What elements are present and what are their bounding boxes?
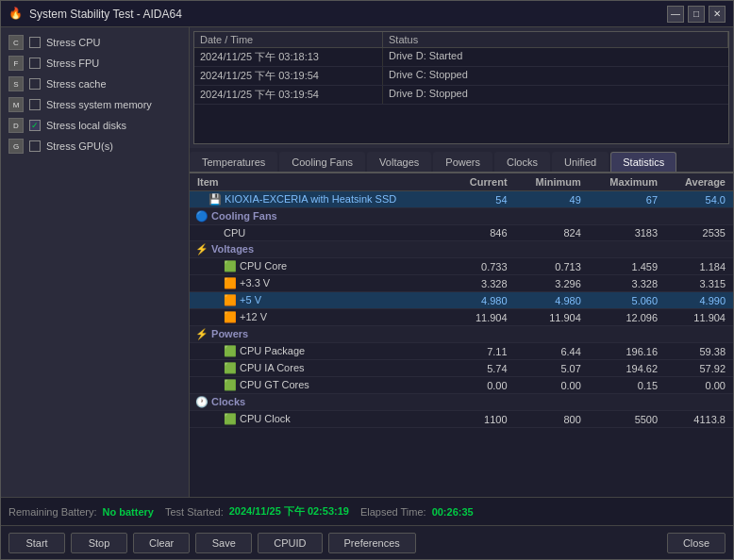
stress-cache-item: S Stress cache <box>5 74 185 93</box>
log-status-3: Drive D: Stopped <box>383 86 728 104</box>
status-bar: Remaining Battery: No battery Test Start… <box>1 497 733 525</box>
stress-fpu-checkbox[interactable] <box>29 58 41 69</box>
section-label: 🕐 Clocks <box>190 394 733 411</box>
row-minimum: 4.980 <box>515 292 589 309</box>
row-current: 54 <box>451 191 515 208</box>
row-current: 1100 <box>451 411 515 428</box>
tab-temperatures[interactable]: Temperatures <box>190 152 277 172</box>
clear-button[interactable]: Clear <box>133 533 190 553</box>
row-label: 🟩 CPU IA Cores <box>190 360 451 377</box>
row-current: 7.11 <box>451 343 515 360</box>
row-average: 57.92 <box>665 360 733 377</box>
main-window: 🔥 System Stability Test - AIDA64 — □ ✕ C… <box>0 0 734 560</box>
row-label: 🟩 CPU GT Cores <box>190 377 451 394</box>
tab-powers[interactable]: Powers <box>433 152 492 172</box>
row-maximum: 196.16 <box>589 343 665 360</box>
stress-memory-checkbox[interactable] <box>29 99 41 110</box>
disk-icon: D <box>8 118 24 133</box>
elapsed-label: Elapsed Time: <box>360 506 426 518</box>
log-status-1: Drive D: Started <box>383 48 728 66</box>
row-minimum: 0.713 <box>515 258 589 275</box>
tab-unified[interactable]: Unified <box>552 152 609 172</box>
row-maximum: 12.096 <box>589 309 665 326</box>
stress-gpu-checkbox[interactable] <box>29 140 41 152</box>
row-average: 0.00 <box>665 377 733 394</box>
stress-gpu-item: G Stress GPU(s) <box>5 137 185 156</box>
stress-memory-label: Stress system memory <box>46 99 152 110</box>
section-label: 🔵 Cooling Fans <box>190 208 733 225</box>
main-content: C Stress CPU F Stress FPU S Stress cache… <box>1 27 733 497</box>
start-button[interactable]: Start <box>8 533 65 553</box>
row-maximum: 5500 <box>589 411 665 428</box>
table-row: 🕐 Clocks <box>190 394 733 411</box>
row-average: 1.184 <box>665 258 733 275</box>
log-row-1: 2024/11/25 下午 03:18:13 Drive D: Started <box>194 48 728 67</box>
row-current: 5.74 <box>451 360 515 377</box>
row-maximum: 67 <box>589 191 665 208</box>
preferences-button[interactable]: Preferences <box>328 533 416 553</box>
col-average: Average <box>665 173 733 191</box>
right-panel: Date / Time Status 2024/11/25 下午 03:18:1… <box>190 27 733 497</box>
col-current: Current <box>451 173 515 191</box>
row-minimum: 3.296 <box>515 275 589 292</box>
table-row: 🟧 +3.3 V 3.328 3.296 3.328 3.315 <box>190 275 733 292</box>
close-button[interactable]: Close <box>667 533 726 553</box>
tab-clocks[interactable]: Clocks <box>494 152 550 172</box>
fpu-icon: F <box>8 56 24 71</box>
cpuid-button[interactable]: CPUID <box>258 533 322 553</box>
row-minimum: 11.904 <box>515 309 589 326</box>
left-panel: C Stress CPU F Stress FPU S Stress cache… <box>1 27 190 497</box>
table-row: 💾 KIOXIA-EXCERIA with Heatsink SSD 54 49… <box>190 191 733 208</box>
tab-statistics[interactable]: Statistics <box>610 152 676 172</box>
row-minimum: 0.00 <box>515 377 589 394</box>
tab-voltages[interactable]: Voltages <box>367 152 431 172</box>
log-row-3: 2024/11/25 下午 03:19:54 Drive D: Stopped <box>194 86 728 105</box>
log-col-status: Status <box>383 32 728 47</box>
data-table[interactable]: Item Current Minimum Maximum Average 💾 K… <box>190 173 733 497</box>
row-current: 4.980 <box>451 292 515 309</box>
row-label: CPU <box>190 225 451 241</box>
row-maximum: 194.62 <box>589 360 665 377</box>
row-average: 2535 <box>665 225 733 241</box>
table-row: 🟧 +5 V 4.980 4.980 5.060 4.990 <box>190 292 733 309</box>
tab-cooling-fans[interactable]: Cooling Fans <box>279 152 365 172</box>
stress-disks-item: D ✓ Stress local disks <box>5 116 185 135</box>
row-label: 💾 KIOXIA-EXCERIA with Heatsink SSD <box>190 191 451 208</box>
window-controls: — □ ✕ <box>667 6 726 23</box>
elapsed-value: 00:26:35 <box>432 506 474 518</box>
title-bar: 🔥 System Stability Test - AIDA64 — □ ✕ <box>1 1 733 27</box>
log-body[interactable]: 2024/11/25 下午 03:18:13 Drive D: Started … <box>194 48 728 143</box>
row-minimum: 49 <box>515 191 589 208</box>
section-label: ⚡ Voltages <box>190 241 733 258</box>
stress-disks-checkbox[interactable]: ✓ <box>29 120 41 131</box>
elapsed-time-status: Elapsed Time: 00:26:35 <box>360 506 474 518</box>
table-row: ⚡ Powers <box>190 326 733 343</box>
save-button[interactable]: Save <box>195 533 252 553</box>
gpu-icon: G <box>8 139 24 154</box>
maximize-button[interactable]: □ <box>688 6 705 23</box>
table-row: ⚡ Voltages <box>190 241 733 258</box>
action-bar: Start Stop Clear Save CPUID Preferences … <box>1 525 733 559</box>
table-row: 🟩 CPU Package 7.11 6.44 196.16 59.38 <box>190 343 733 360</box>
row-average: 54.0 <box>665 191 733 208</box>
close-window-button[interactable]: ✕ <box>709 6 726 23</box>
stress-fpu-item: F Stress FPU <box>5 54 185 73</box>
row-label: 🟧 +5 V <box>190 292 451 309</box>
stress-cpu-checkbox[interactable] <box>29 37 41 48</box>
row-minimum: 6.44 <box>515 343 589 360</box>
row-current: 0.733 <box>451 258 515 275</box>
row-current: 11.904 <box>451 309 515 326</box>
stop-button[interactable]: Stop <box>71 533 127 553</box>
test-started-value: 2024/11/25 下午 02:53:19 <box>229 504 349 519</box>
minimize-button[interactable]: — <box>667 6 684 23</box>
stress-cpu-label: Stress CPU <box>46 37 100 48</box>
app-icon: 🔥 <box>8 7 24 22</box>
row-maximum: 3183 <box>589 225 665 241</box>
row-label: 🟧 +3.3 V <box>190 275 451 292</box>
row-label: 🟩 CPU Core <box>190 258 451 275</box>
stress-cache-checkbox[interactable] <box>29 78 41 90</box>
row-current: 846 <box>451 225 515 241</box>
row-average: 11.904 <box>665 309 733 326</box>
test-started-status: Test Started: 2024/11/25 下午 02:53:19 <box>165 504 349 519</box>
log-datetime-1: 2024/11/25 下午 03:18:13 <box>194 48 383 66</box>
